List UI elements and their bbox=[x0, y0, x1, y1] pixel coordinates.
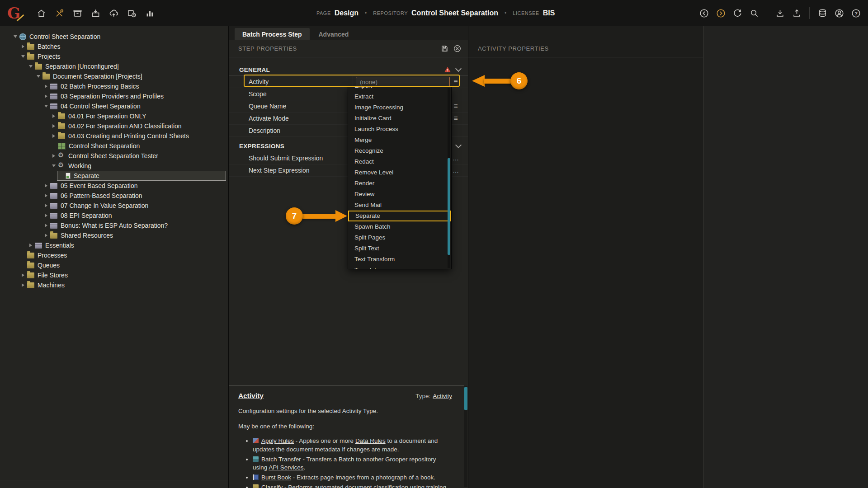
tree-item-essentials[interactable]: Essentials bbox=[0, 240, 228, 250]
expand-arrow-icon[interactable] bbox=[19, 273, 27, 277]
tree-item-control-sheet-separation[interactable]: Control Sheet Separation bbox=[0, 141, 228, 151]
download-icon[interactable] bbox=[774, 7, 786, 19]
help-link[interactable]: Apply Rules bbox=[261, 437, 294, 444]
tree-item-projects[interactable]: Projects bbox=[0, 52, 228, 61]
tree-item-02-batch-processing-basics[interactable]: 02 Batch Processing Basics bbox=[0, 81, 228, 91]
collapse-arrow-icon[interactable] bbox=[42, 105, 50, 108]
design-tools-icon[interactable] bbox=[53, 7, 65, 19]
tab-batch-process-step[interactable]: Batch Process Step bbox=[235, 28, 310, 40]
tree-item-05-event-based-separation[interactable]: 05 Event Based Separation bbox=[0, 181, 228, 191]
help-type-link[interactable]: Activity bbox=[433, 393, 452, 399]
tree-item-processes[interactable]: Processes bbox=[0, 250, 228, 260]
database-icon[interactable] bbox=[816, 7, 828, 19]
tree-item-06-pattern-based-separation[interactable]: 06 Pattern-Based Separation bbox=[0, 191, 228, 201]
help-link[interactable]: Batch Transfer bbox=[261, 456, 301, 463]
dropdown-item-split-text[interactable]: Split Text bbox=[348, 243, 451, 254]
tree-item-08-epi-separation[interactable]: 08 EPI Separation bbox=[0, 211, 228, 221]
collapse-arrow-icon[interactable] bbox=[19, 55, 27, 58]
dropdown-item-review[interactable]: Review bbox=[348, 189, 451, 200]
expand-arrow-icon[interactable] bbox=[50, 124, 57, 128]
tree-item-04-control-sheet-separation[interactable]: 04 Control Sheet Separation bbox=[0, 101, 228, 111]
expand-arrow-icon[interactable] bbox=[50, 114, 57, 118]
help-link[interactable]: Burst Book bbox=[261, 474, 291, 481]
collapse-arrow-icon[interactable] bbox=[35, 75, 42, 78]
scheduled-tasks-icon[interactable] bbox=[126, 7, 137, 19]
collapse-chevron-icon[interactable] bbox=[455, 142, 462, 148]
cloud-upload-icon[interactable] bbox=[108, 7, 119, 19]
dropdown-item-export[interactable]: Export bbox=[348, 87, 451, 91]
tree-item-03-separation-providers-and-profiles[interactable]: 03 Separation Providers and Profiles bbox=[0, 91, 228, 101]
tree-horizontal-scrollbar[interactable] bbox=[0, 480, 228, 488]
tree-item-control-sheet-separation-tester[interactable]: Control Sheet Separation Tester bbox=[0, 151, 228, 161]
expand-arrow-icon[interactable] bbox=[42, 214, 50, 217]
batches-icon[interactable] bbox=[71, 7, 83, 19]
search-icon[interactable] bbox=[748, 7, 760, 19]
dropdown-item-initialize-card[interactable]: Initialize Card bbox=[348, 113, 451, 124]
refresh-icon[interactable] bbox=[731, 7, 743, 19]
dropdown-item-launch-process[interactable]: Launch Process bbox=[348, 124, 451, 135]
repository-value[interactable]: Control Sheet Separation bbox=[411, 9, 498, 17]
home-icon[interactable] bbox=[35, 7, 47, 19]
dropdown-item-separate[interactable]: Separate bbox=[348, 211, 451, 221]
expand-arrow-icon[interactable] bbox=[42, 84, 50, 88]
dropdown-item-send-mail[interactable]: Send Mail bbox=[348, 200, 451, 211]
tree-item-working[interactable]: Working bbox=[0, 161, 228, 171]
expand-arrow-icon[interactable] bbox=[50, 134, 57, 138]
dropdown-item-render[interactable]: Render bbox=[348, 178, 451, 189]
activity-menu-icon[interactable] bbox=[450, 78, 462, 86]
collapse-arrow-icon[interactable] bbox=[27, 65, 34, 68]
tree-item-file-stores[interactable]: File Stores bbox=[0, 270, 228, 280]
expand-arrow-icon[interactable] bbox=[19, 283, 27, 287]
collapse-arrow-icon[interactable] bbox=[12, 35, 19, 38]
dropdown-item-recognize[interactable]: Recognize bbox=[348, 145, 451, 156]
tree-item-07-change-in-value-separation[interactable]: 07 Change In Value Separation bbox=[0, 201, 228, 211]
dropdown-item-split-pages[interactable]: Split Pages bbox=[348, 232, 451, 243]
forward-icon[interactable] bbox=[715, 7, 726, 19]
tree-item-document-separation-projects[interactable]: Document Separation [Projects] bbox=[0, 71, 228, 81]
tree-item-bonus-what-is-esp-auto-separation[interactable]: Bonus: What is ESP Auto Separation? bbox=[0, 221, 228, 230]
import-box-icon[interactable] bbox=[90, 7, 101, 19]
dropdown-item-remove-level[interactable]: Remove Level bbox=[348, 167, 451, 178]
tree-item-queues[interactable]: Queues bbox=[0, 260, 228, 270]
dropdown-item-extract[interactable]: Extract bbox=[348, 91, 451, 102]
tree-item-machines[interactable]: Machines bbox=[0, 280, 228, 290]
tree-item-separation-unconfigured[interactable]: Separation [Unconfigured] bbox=[0, 61, 228, 71]
tree-item-separate[interactable]: Separate bbox=[0, 171, 228, 181]
activity-property-row[interactable]: Activity (none) bbox=[229, 76, 468, 88]
tree-item-batches[interactable]: Batches bbox=[0, 42, 228, 52]
expand-arrow-icon[interactable] bbox=[42, 224, 50, 227]
dropdown-scrollbar-thumb[interactable] bbox=[448, 158, 450, 255]
cancel-icon[interactable] bbox=[452, 43, 462, 54]
help-scrollbar-thumb[interactable] bbox=[464, 387, 467, 410]
tree-item-shared-resources[interactable]: Shared Resources bbox=[0, 230, 228, 240]
tree-item-04-01-for-separation-only[interactable]: 04.01 For Separation ONLY bbox=[0, 111, 228, 121]
tab-advanced[interactable]: Advanced bbox=[311, 28, 357, 40]
help-link[interactable]: API Services bbox=[269, 464, 303, 471]
user-icon[interactable] bbox=[833, 7, 845, 19]
help-link[interactable]: Batch bbox=[339, 456, 354, 463]
stats-icon[interactable] bbox=[144, 7, 156, 19]
general-section-header[interactable]: GENERAL bbox=[229, 64, 468, 76]
dropdown-item-image-processing[interactable]: Image Processing bbox=[348, 102, 451, 113]
expand-arrow-icon[interactable] bbox=[42, 234, 50, 237]
dropdown-item-spawn-batch[interactable]: Spawn Batch bbox=[348, 221, 451, 232]
dropdown-item-translate[interactable]: Translate bbox=[348, 265, 451, 269]
expand-arrow-icon[interactable] bbox=[42, 204, 50, 207]
expand-arrow-icon[interactable] bbox=[42, 94, 50, 98]
help-link[interactable]: Data Rules bbox=[355, 437, 386, 444]
expand-arrow-icon[interactable] bbox=[19, 45, 27, 48]
back-icon[interactable] bbox=[698, 7, 710, 19]
tree-item-04-02-for-separation-and-classification[interactable]: 04.02 For Separation AND Classification bbox=[0, 121, 228, 131]
save-icon[interactable] bbox=[439, 43, 450, 54]
tree-item-control-sheet-separation[interactable]: Control Sheet Separation bbox=[0, 32, 228, 42]
collapse-arrow-icon[interactable] bbox=[50, 164, 57, 167]
collapse-chevron-icon[interactable] bbox=[455, 66, 462, 72]
expand-arrow-icon[interactable] bbox=[27, 244, 34, 247]
dropdown-item-text-transform[interactable]: Text Transform bbox=[348, 254, 451, 265]
expand-arrow-icon[interactable] bbox=[50, 154, 57, 158]
help-link[interactable]: Classify bbox=[261, 484, 283, 488]
upload-icon[interactable] bbox=[791, 7, 802, 19]
dropdown-item-redact[interactable]: Redact bbox=[348, 156, 451, 167]
expand-arrow-icon[interactable] bbox=[42, 194, 50, 197]
expand-arrow-icon[interactable] bbox=[42, 184, 50, 188]
